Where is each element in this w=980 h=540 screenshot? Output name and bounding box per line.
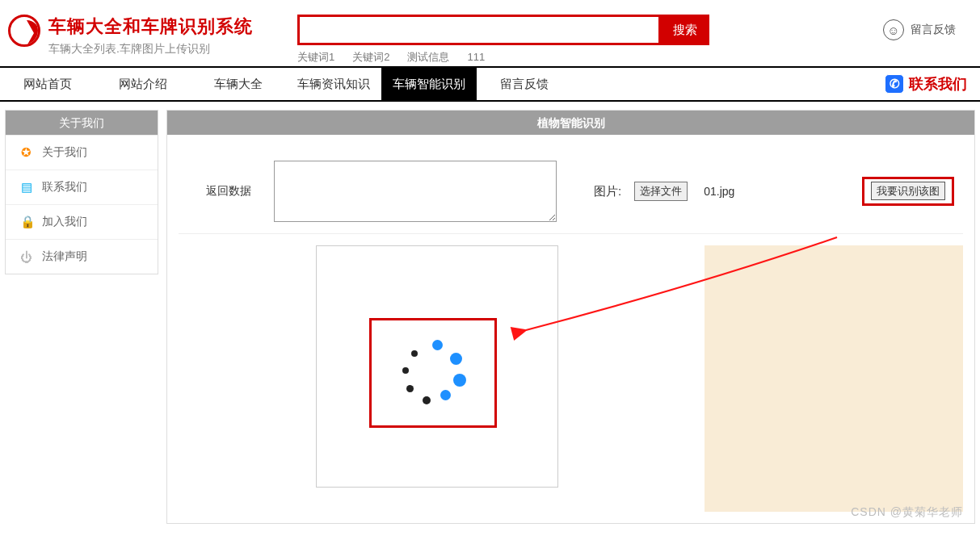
sidebar-title: 关于我们 <box>6 111 158 135</box>
main-title: 植物智能识别 <box>167 111 974 135</box>
sidebar-item-label: 联系我们 <box>42 180 87 195</box>
keyword-link[interactable]: 关键词2 <box>352 51 389 63</box>
sidebar: 关于我们 ✪关于我们▤联系我们🔒加入我们⏻法律声明 <box>5 110 158 274</box>
sidebar-item-1[interactable]: ▤联系我们 <box>6 170 158 204</box>
headset-icon: ☺ <box>883 19 904 40</box>
site-title: 车辆大全和车牌识别系统 <box>48 15 253 39</box>
power-icon: ⏻ <box>20 250 32 264</box>
nav-item-0[interactable]: 网站首页 <box>0 68 95 100</box>
feedback-link[interactable]: ☺ 留言反馈 <box>883 19 956 40</box>
main-panel: 植物智能识别 返回数据 图片: 选择文件 01.jpg 我要识别该图 <box>166 110 975 524</box>
nav-list: 网站首页网站介绍车辆大全车辆资讯知识车辆智能识别留言反馈 <box>0 68 572 100</box>
logo-block: 车辆大全和车牌识别系统 车辆大全列表.车牌图片上传识别 <box>8 15 283 57</box>
sidebar-item-label: 关于我们 <box>42 145 87 160</box>
keyword-row: 关键词1关键词2测试信息111 <box>297 50 709 65</box>
return-data-label: 返回数据 <box>196 184 261 199</box>
lock-icon: 🔒 <box>20 215 32 229</box>
choose-file-button[interactable]: 选择文件 <box>634 182 688 201</box>
search-input[interactable] <box>297 15 661 45</box>
site-subtitle: 车辆大全列表.车牌图片上传识别 <box>48 42 253 57</box>
sidebar-item-2[interactable]: 🔒加入我们 <box>6 204 158 239</box>
loading-highlight <box>369 318 497 428</box>
image-zone <box>179 245 963 512</box>
nav-item-4[interactable]: 车辆智能识别 <box>381 68 477 100</box>
sidebar-item-label: 法律声明 <box>42 249 87 264</box>
keyword-link[interactable]: 111 <box>467 51 485 63</box>
return-data-textarea[interactable] <box>274 161 557 222</box>
result-placeholder <box>705 245 963 512</box>
sidebar-item-label: 加入我们 <box>42 215 87 229</box>
form-row: 返回数据 图片: 选择文件 01.jpg 我要识别该图 <box>179 149 963 234</box>
contact-us-label: 联系我们 <box>909 74 967 94</box>
sidebar-item-3[interactable]: ⏻法律声明 <box>6 239 158 274</box>
info-icon: ✪ <box>20 145 32 160</box>
search-button[interactable]: 搜索 <box>661 15 709 45</box>
card-icon: ▤ <box>20 180 32 195</box>
keyword-link[interactable]: 关键词1 <box>297 51 334 63</box>
image-label: 图片: <box>594 184 621 199</box>
file-name: 01.jpg <box>704 185 734 198</box>
sidebar-item-0[interactable]: ✪关于我们 <box>6 135 158 170</box>
loading-spinner-icon <box>397 337 469 409</box>
keyword-link[interactable]: 测试信息 <box>407 51 449 63</box>
search-bar: 搜索 <box>297 15 709 45</box>
feedback-label: 留言反馈 <box>911 23 956 37</box>
phone-icon: ✆ <box>885 74 904 94</box>
nav-item-2[interactable]: 车辆大全 <box>191 68 286 100</box>
nav-item-1[interactable]: 网站介绍 <box>95 68 191 100</box>
nav-item-3[interactable]: 车辆资讯知识 <box>286 68 381 100</box>
watermark: CSDN @黄菊华老师 <box>851 505 963 520</box>
logo-icon <box>8 15 40 47</box>
contact-us-link[interactable]: ✆ 联系我们 <box>885 68 980 100</box>
recognize-button[interactable]: 我要识别该图 <box>871 182 945 200</box>
nav-item-5[interactable]: 留言反馈 <box>477 68 572 100</box>
